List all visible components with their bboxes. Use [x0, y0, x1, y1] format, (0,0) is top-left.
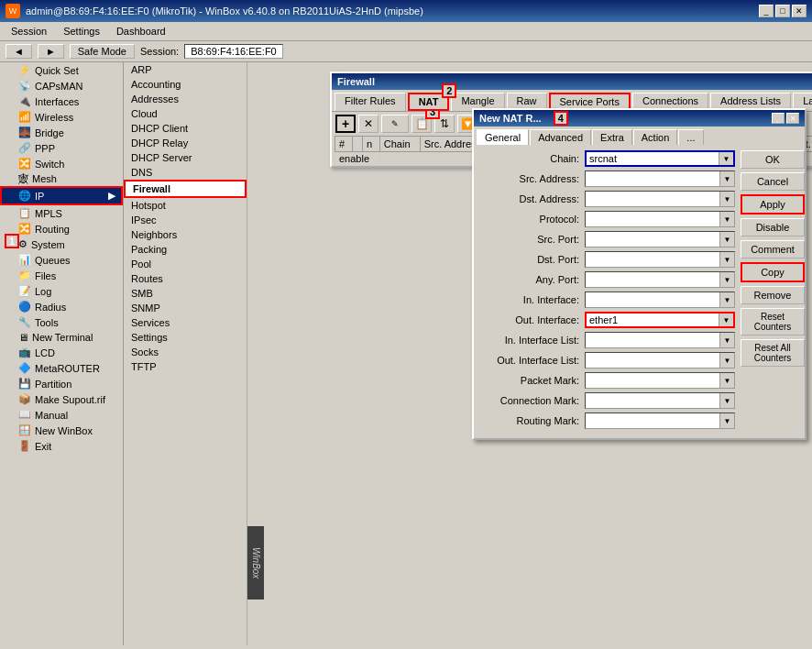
out-interface-list-input[interactable] [586, 353, 719, 368]
dst-port-select[interactable]: ▼ [585, 251, 735, 268]
any-port-dropdown-btn[interactable]: ▼ [719, 272, 734, 287]
fw-remove-btn[interactable]: ✕ [358, 115, 379, 133]
forward-btn[interactable]: ► [38, 44, 64, 59]
sidebar-item-metarouter[interactable]: 🔷 MetaROUTER [0, 360, 123, 376]
connection-mark-input[interactable] [586, 393, 719, 408]
tab-filter-rules[interactable]: Filter Rules [335, 93, 406, 111]
in-interface-list-input[interactable] [586, 333, 719, 347]
sidebar-item-interfaces[interactable]: 🔌 Interfaces [0, 94, 123, 109]
connection-mark-select[interactable]: ▼ [585, 392, 735, 409]
remove-btn[interactable]: Remove [741, 286, 805, 304]
routing-mark-input[interactable] [586, 413, 719, 428]
dialog-tab-advanced[interactable]: Advanced [530, 129, 591, 145]
submenu-arp[interactable]: ARP [124, 62, 247, 77]
sidebar-item-radius[interactable]: 🔵 Radius [0, 299, 123, 314]
protocol-input[interactable] [586, 212, 719, 226]
submenu-neighbors[interactable]: Neighbors [124, 227, 247, 242]
any-port-input[interactable] [586, 272, 719, 287]
submenu-dhcp-server[interactable]: DHCP Server [124, 150, 247, 165]
menu-session[interactable]: Session [4, 24, 54, 38]
ok-btn[interactable]: OK [741, 150, 805, 169]
submenu-addresses[interactable]: Addresses [124, 92, 247, 106]
src-port-dropdown-btn[interactable]: ▼ [719, 232, 734, 247]
sidebar-item-tools[interactable]: 🔧 Tools [0, 314, 123, 330]
copy-btn[interactable]: Copy [741, 262, 805, 282]
out-interface-dropdown-btn[interactable]: ▼ [719, 314, 733, 326]
maximize-btn[interactable]: □ [775, 5, 790, 17]
submenu-services[interactable]: Services [124, 315, 247, 330]
sidebar-item-bridge[interactable]: 🌉 Bridge [0, 125, 123, 140]
out-interface-list-dropdown-btn[interactable]: ▼ [719, 353, 734, 368]
routing-mark-dropdown-btn[interactable]: ▼ [719, 413, 734, 428]
dst-port-input[interactable] [586, 252, 719, 267]
sidebar-item-exit[interactable]: 🚪 Exit [0, 438, 123, 454]
nat-dialog-controls[interactable]: _ ✕ [772, 113, 799, 124]
fw-copy-btn[interactable]: 📋 3 [411, 115, 432, 133]
submenu-ipsec[interactable]: IPsec [124, 213, 247, 227]
submenu-dhcp-relay[interactable]: DHCP Relay [124, 136, 247, 150]
src-address-input[interactable] [586, 171, 719, 186]
in-interface-select[interactable]: ▼ [585, 292, 735, 308]
dst-address-select[interactable]: ▼ [585, 191, 735, 207]
dialog-tab-general[interactable]: General [477, 129, 529, 145]
packet-mark-select[interactable]: ▼ [585, 372, 735, 389]
any-port-select[interactable]: ▼ [585, 271, 735, 288]
src-port-select[interactable]: ▼ [585, 231, 735, 248]
cancel-btn[interactable]: Cancel [741, 172, 805, 191]
dst-address-dropdown-btn[interactable]: ▼ [719, 192, 734, 206]
tab-nat[interactable]: NAT 2 [408, 93, 450, 111]
submenu-dhcp-client[interactable]: DHCP Client [124, 121, 247, 136]
packet-mark-dropdown-btn[interactable]: ▼ [719, 373, 734, 388]
reset-counters-btn[interactable]: Reset Counters [741, 308, 805, 336]
sidebar-item-log[interactable]: 📝 Log [0, 283, 123, 299]
submenu-smb[interactable]: SMB [124, 286, 247, 301]
protocol-select[interactable]: ▼ [585, 211, 735, 227]
out-interface-list-select[interactable]: ▼ [585, 352, 735, 368]
in-interface-dropdown-btn[interactable]: ▼ [719, 292, 734, 307]
sidebar-item-new-winbox[interactable]: 🪟 New WinBox [0, 423, 123, 438]
submenu-cloud[interactable]: Cloud [124, 106, 247, 121]
packet-mark-input[interactable] [586, 373, 719, 388]
submenu-pool[interactable]: Pool [124, 257, 247, 271]
nat-close-btn[interactable]: ✕ [786, 113, 799, 124]
sidebar-item-ip[interactable]: 🌐 IP ▶ 1 [0, 186, 123, 205]
chain-input[interactable] [587, 152, 719, 165]
sidebar-item-files[interactable]: 📁 Files [0, 268, 123, 283]
sidebar-item-mesh[interactable]: 🕸 Mesh [0, 171, 123, 186]
back-btn[interactable]: ◄ [5, 44, 32, 59]
sidebar-item-ppp[interactable]: 🔗 PPP [0, 140, 123, 156]
menu-dashboard[interactable]: Dashboard [109, 24, 173, 38]
dst-address-input[interactable] [586, 192, 719, 206]
sidebar-item-partition[interactable]: 💾 Partition [0, 376, 123, 391]
close-btn[interactable]: ✕ [792, 5, 807, 17]
chain-dropdown-btn[interactable]: ▼ [719, 152, 733, 165]
comment-btn[interactable]: Comment [741, 240, 805, 258]
connection-mark-dropdown-btn[interactable]: ▼ [719, 393, 734, 408]
src-port-input[interactable] [586, 232, 719, 247]
title-bar-controls[interactable]: _ □ ✕ [759, 5, 807, 17]
fw-add-btn[interactable]: + [335, 115, 356, 133]
in-interface-list-select[interactable]: ▼ [585, 332, 735, 348]
menu-settings[interactable]: Settings [56, 24, 107, 38]
minimize-btn[interactable]: _ [759, 5, 774, 17]
in-interface-list-dropdown-btn[interactable]: ▼ [719, 333, 734, 347]
sidebar-item-make-supout[interactable]: 📦 Make Supout.rif [0, 391, 123, 407]
dialog-tab-more[interactable]: ... [678, 129, 703, 145]
submenu-packing[interactable]: Packing [124, 242, 247, 257]
safe-mode-btn[interactable]: Safe Mode [70, 44, 135, 59]
sidebar-item-switch[interactable]: 🔀 Switch [0, 156, 123, 171]
in-interface-input[interactable] [586, 292, 719, 307]
nat-minimize-btn[interactable]: _ [772, 113, 785, 124]
submenu-settings[interactable]: Settings [124, 330, 247, 345]
apply-btn[interactable]: Apply [741, 194, 805, 214]
sidebar-item-manual[interactable]: 📖 Manual [0, 407, 123, 423]
sidebar-item-queues[interactable]: 📊 Queues [0, 252, 123, 268]
dialog-tab-extra[interactable]: Extra [592, 129, 632, 145]
protocol-dropdown-btn[interactable]: ▼ [719, 212, 734, 226]
src-address-dropdown-btn[interactable]: ▼ [719, 171, 734, 186]
out-interface-input[interactable] [587, 314, 719, 326]
submenu-accounting[interactable]: Accounting [124, 77, 247, 92]
chain-select[interactable]: ▼ [585, 150, 735, 167]
submenu-socks[interactable]: Socks [124, 345, 247, 359]
submenu-routes[interactable]: Routes [124, 271, 247, 286]
